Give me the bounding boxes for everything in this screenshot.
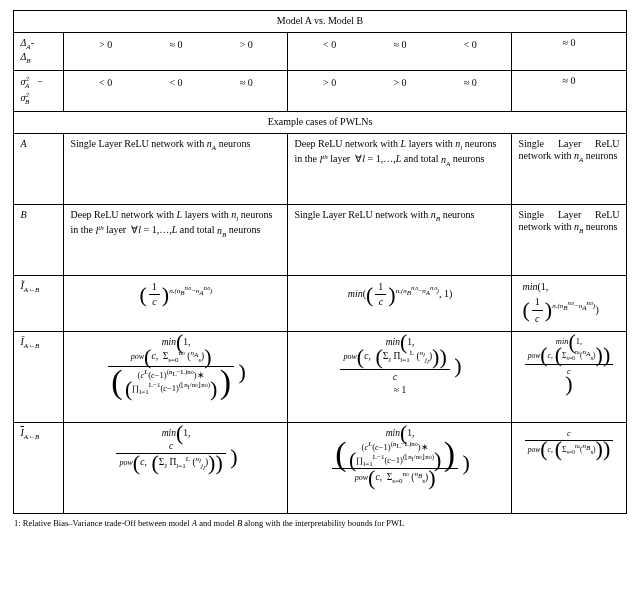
- sigma-case3: ≈ 0: [512, 71, 626, 112]
- iunder-case3: c pow(c, (Σs=0n₀(nBs))): [512, 422, 626, 513]
- itilde-case3: min(1, (1c)n.(nBn₀−nAn₀)): [512, 275, 626, 331]
- delta-case2: < 0 ≈ 0 < 0: [288, 32, 512, 71]
- table-caption: 1: Relative Bias–Variance trade-Off betw…: [12, 518, 628, 528]
- header2: Example cases of PWLNs: [14, 112, 626, 134]
- ibar-case3: min(1, pow(c, (Σs=0n₀(nAs))) c ): [512, 331, 626, 422]
- label-b: B: [14, 204, 64, 275]
- a-case2: Deep ReLU network with L layers with nl …: [288, 133, 512, 204]
- i-bar-label: ĪA←B: [14, 331, 64, 422]
- sigma-row: σ2A − σ2B < 0 < 0 ≈ 0 > 0 > 0 ≈ 0 ≈ 0: [14, 71, 626, 112]
- i-tilde-label: ĨA←B: [14, 275, 64, 331]
- a-case1: Single Layer ReLU network with nA neuron…: [64, 133, 288, 204]
- sigma-case1: < 0 < 0 ≈ 0: [64, 71, 288, 112]
- label-a: A: [14, 133, 64, 204]
- delta-row: ΔA- ΔB > 0 ≈ 0 > 0 < 0 ≈ 0 < 0 ≈ 0: [14, 32, 626, 71]
- iunder-case2: min(1, ( (cL(c−1)(nL−L)n₀)∗ (∏l=1L−1(c−1…: [288, 422, 512, 513]
- ibar-case2: min(1, pow(c, (ΣJ Πl=1L (nljl))) c ) ≈ 1: [288, 331, 512, 422]
- model-a-row: A Single Layer ReLU network with nA neur…: [14, 133, 626, 204]
- caption-text: 1: Relative Bias–Variance trade-Off betw…: [14, 518, 404, 528]
- header-row-1: Model A vs. Model B: [14, 11, 626, 33]
- header1: Model A vs. Model B: [14, 11, 626, 33]
- pwln-table: Model A vs. Model B ΔA- ΔB > 0 ≈ 0 > 0 <…: [13, 10, 626, 514]
- itilde-case2: min((1c)n.(nBn₀−nAn₀), 1): [288, 275, 512, 331]
- header-row-2: Example cases of PWLNs: [14, 112, 626, 134]
- delta-case1: > 0 ≈ 0 > 0: [64, 32, 288, 71]
- b-case3: Single Layer ReLU network with nB neuron…: [512, 204, 626, 275]
- i-tilde-row: ĨA←B (1c)n.(nBn₀−nAn₀) min((1c)n.(nBn₀−n…: [14, 275, 626, 331]
- i-under-row: IA←B min(1, c pow(c, (ΣJ Πl=1L (nljl))) …: [14, 422, 626, 513]
- sigma-case2: > 0 > 0 ≈ 0: [288, 71, 512, 112]
- ibar-case1: min(1, pow(c, Σs=0n₀ (nAs)) ( (cL(c−1)(n…: [64, 331, 288, 422]
- delta-case3: ≈ 0: [512, 32, 626, 71]
- b-case2: Single Layer ReLU network with nB neuron…: [288, 204, 512, 275]
- a-case3: Single Layer ReLU network with nA neuron…: [512, 133, 626, 204]
- paper-table-figure: Model A vs. Model B ΔA- ΔB > 0 ≈ 0 > 0 <…: [0, 0, 640, 595]
- sigma-label: σ2A − σ2B: [14, 71, 64, 112]
- delta-label: ΔA- ΔB: [14, 32, 64, 71]
- i-bar-row: ĪA←B min(1, pow(c, Σs=0n₀ (nAs)) ( (cL(c…: [14, 331, 626, 422]
- i-under-label: IA←B: [14, 422, 64, 513]
- itilde-case1: (1c)n.(nBn₀−nAn₀): [64, 275, 288, 331]
- b-case1: Deep ReLU network with L layers with nl …: [64, 204, 288, 275]
- model-b-row: B Deep ReLU network with L layers with n…: [14, 204, 626, 275]
- iunder-case1: min(1, c pow(c, (ΣJ Πl=1L (nljl))) ): [64, 422, 288, 513]
